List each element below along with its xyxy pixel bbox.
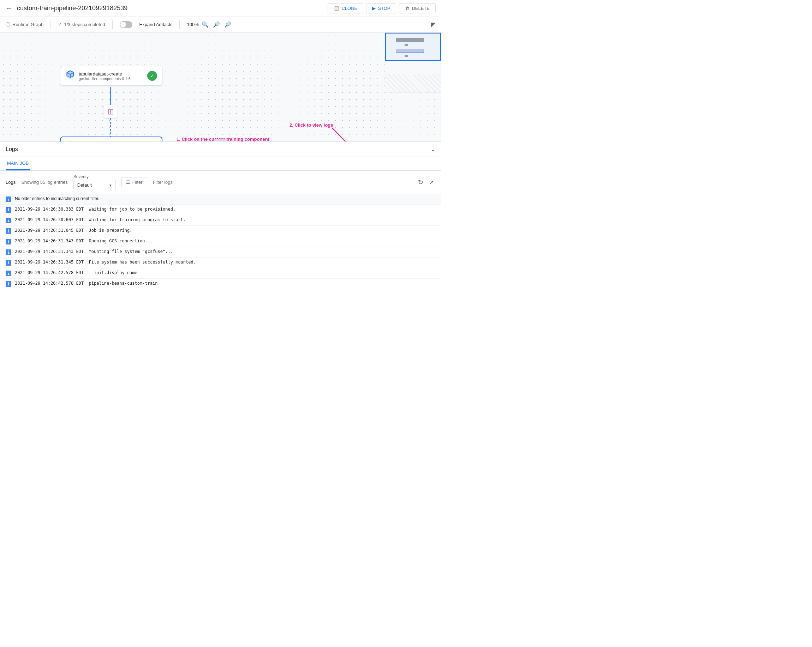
severity-label: Severity — [73, 174, 116, 179]
main-area: tabulardataset-create gcr.io/...line-com… — [0, 32, 441, 346]
log-entry-text-6: 2021-09-29 14:26:42.578 EDT --init.displ… — [15, 270, 137, 275]
log-entry-3: i2021-09-29 14:26:31.343 EDT Opening GCS… — [0, 236, 441, 247]
logs-title: Logs — [6, 146, 18, 152]
logs-count-label: Logs — [6, 180, 15, 185]
node1-status: ✓ — [147, 71, 157, 81]
intermediate-node[interactable]: ◫ — [104, 105, 117, 118]
info-icon: ⓘ — [6, 21, 10, 28]
drag-handle[interactable] — [214, 139, 228, 142]
log-entry-0: i2021-09-29 14:26:30.333 EDT Waiting for… — [0, 205, 441, 215]
node1-icon — [65, 70, 75, 82]
log-no-results: i No older entries found matching curren… — [0, 194, 441, 205]
delete-icon: 🗑 — [405, 6, 409, 11]
minimap — [385, 32, 441, 93]
logs-expand-button[interactable]: ⌄ — [430, 145, 436, 153]
minimap-content — [385, 33, 441, 92]
refresh-button[interactable]: ↻ — [417, 177, 425, 188]
log-entry-text-1: 2021-09-29 14:26:30.607 EDT Waiting for … — [15, 217, 186, 222]
toolbar-divider-3 — [179, 20, 180, 29]
log-entry-text-7: 2021-09-29 14:26:42.578 EDT pipeline-bea… — [15, 281, 158, 286]
node-customcontainertraining[interactable]: customcontainertrainingj... gcr.io/...li… — [60, 137, 162, 142]
logs-header: Logs ⌄ — [0, 142, 441, 157]
page-title: custom-train-pipeline-20210929182539 — [17, 5, 328, 12]
filter-icon: ☰ — [126, 180, 130, 185]
logs-count-text: Showing 55 log entries — [21, 180, 68, 185]
node1-subtitle: gcr.io/...line-components:0.1.6 — [79, 76, 131, 81]
log-no-results-text: No older entries found matching current … — [15, 196, 99, 201]
logs-body[interactable]: i No older entries found matching curren… — [0, 194, 441, 346]
zoom-reset-button[interactable]: 🔎 — [223, 20, 233, 29]
log-entry-text-3: 2021-09-29 14:26:31.343 EDT Opening GCS … — [15, 239, 153, 244]
pipeline-connections — [0, 32, 441, 142]
log-entry-5: i2021-09-29 14:26:31.345 EDT File system… — [0, 257, 441, 268]
log-entry-text-4: 2021-09-29 14:26:31.343 EDT Mounting fil… — [15, 249, 173, 254]
log-entry-7: i2021-09-29 14:26:42.578 EDT pipeline-be… — [0, 279, 441, 289]
stop-button[interactable]: ▶ STOP — [366, 3, 396, 14]
toolbar: ⓘ Runtime Graph ✓ 1/3 steps completed Ex… — [0, 17, 441, 32]
grid-icon: ◫ — [108, 108, 114, 115]
header: ← custom-train-pipeline-20210929182539 📋… — [0, 0, 441, 17]
log-entry-icon-4: i — [6, 250, 11, 255]
severity-select[interactable]: Default — [73, 180, 116, 190]
log-entry-icon-3: i — [6, 239, 11, 245]
log-entry-icon-1: i — [6, 218, 11, 223]
clone-icon: 📋 — [334, 6, 339, 11]
zoom-level: 100% — [187, 22, 198, 27]
expand-view-icon[interactable]: ◤ — [431, 21, 436, 29]
node1-info: tabulardataset-create gcr.io/...line-com… — [79, 71, 131, 81]
severity-wrapper: Default — [73, 180, 116, 190]
logs-controls: Logs Showing 55 log entries Severity Def… — [0, 171, 441, 194]
external-link-button[interactable]: ➚ — [427, 177, 436, 188]
log-entry-icon-6: i — [6, 271, 11, 276]
log-entry-1: i2021-09-29 14:26:30.607 EDT Waiting for… — [0, 215, 441, 226]
node1-title: tabulardataset-create — [79, 71, 131, 76]
minimap-viewport — [385, 33, 441, 61]
log-entry-text-5: 2021-09-29 14:26:31.345 EDT File system … — [15, 260, 196, 265]
filter-button[interactable]: ☰ Filter — [121, 177, 147, 187]
drag-handle-bar — [214, 139, 228, 141]
tab-main-job[interactable]: MAIN JOB — [6, 157, 30, 171]
log-entry-4: i2021-09-29 14:26:31.343 EDT Mounting fi… — [0, 247, 441, 257]
zoom-in-button[interactable]: 🔍 — [200, 20, 210, 29]
node2-icon — [66, 141, 76, 142]
back-button[interactable]: ← — [6, 4, 13, 12]
log-entry-text-0: 2021-09-29 14:26:30.333 EDT Waiting for … — [15, 207, 176, 212]
delete-button[interactable]: 🗑 DELETE — [399, 3, 436, 14]
runtime-graph-btn[interactable]: ⓘ Runtime Graph — [6, 21, 43, 28]
node-tabulardataset-create[interactable]: tabulardataset-create gcr.io/...line-com… — [60, 66, 162, 86]
log-entry-icon-0: i — [6, 207, 11, 213]
logs-section: Logs ⌄ MAIN JOB Logs Showing 55 log entr… — [0, 142, 441, 346]
clone-button[interactable]: 📋 CLONE — [328, 3, 363, 14]
logs-tabs: MAIN JOB — [0, 157, 441, 171]
zoom-out-button[interactable]: 🔎 — [211, 20, 221, 29]
filter-label: Filter — [133, 180, 143, 185]
expand-artifacts-toggle[interactable] — [120, 21, 133, 28]
toolbar-divider-2 — [112, 20, 113, 29]
arrow-2 — [332, 128, 441, 142]
stop-icon: ▶ — [372, 6, 375, 11]
log-entry-icon-5: i — [6, 260, 11, 266]
log-entry-icon-2: i — [6, 228, 11, 234]
annotation-2: 2. Click to view logs — [290, 122, 333, 128]
log-entries-container: i2021-09-29 14:26:30.333 EDT Waiting for… — [0, 205, 441, 289]
steps-icon: ✓ — [58, 22, 62, 27]
header-actions: 📋 CLONE ▶ STOP 🗑 DELETE — [328, 3, 436, 14]
toggle-slider — [120, 21, 133, 28]
toolbar-divider-1 — [50, 20, 51, 29]
expand-artifacts-label: Expand Artifacts — [139, 22, 172, 27]
pipeline-canvas[interactable]: tabulardataset-create gcr.io/...line-com… — [0, 32, 441, 142]
steps-indicator: ✓ 1/3 steps completed — [58, 22, 105, 27]
logs-actions: ↻ ➚ — [417, 177, 436, 188]
zoom-controls: 100% 🔍 🔎 🔎 — [187, 20, 232, 29]
log-entry-2: i2021-09-29 14:26:31.045 EDT Job is prep… — [0, 226, 441, 236]
status-success-icon: ✓ — [147, 71, 157, 81]
minimap-stripe — [385, 75, 441, 92]
log-entry-icon-7: i — [6, 281, 11, 287]
severity-group: Severity Default — [73, 174, 116, 190]
log-info-icon: i — [6, 196, 11, 202]
log-entry-text-2: 2021-09-29 14:26:31.045 EDT Job is prepa… — [15, 228, 132, 233]
log-entry-6: i2021-09-29 14:26:42.578 EDT --init.disp… — [0, 268, 441, 279]
filter-input[interactable] — [153, 180, 212, 185]
